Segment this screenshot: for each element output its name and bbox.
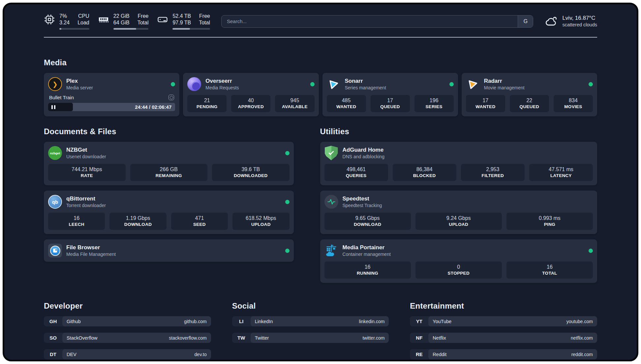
stat-tile: 945 AVAILABLE xyxy=(275,95,314,112)
stat-tile: 16 TOTAL xyxy=(506,261,593,279)
speedtest-icon xyxy=(324,195,338,209)
stat-value: 485 xyxy=(329,98,364,104)
app-link-filebrowser[interactable]: File Browser Media File Management xyxy=(48,244,290,258)
status-dot xyxy=(589,249,593,253)
section-media: Media ❯ Plex Media server Bullet Train xyxy=(44,58,597,116)
link-name: Netflix xyxy=(433,335,446,341)
stat-value: 17 xyxy=(468,98,503,104)
app-name: Media Portainer xyxy=(343,244,391,251)
stat-value: 266 GB xyxy=(132,167,206,172)
stat-value: 86,384 xyxy=(395,167,454,172)
stat-label: BLOCKED xyxy=(395,173,454,178)
stat-tile: 40 APPROVED xyxy=(231,95,270,112)
app-link-adguard[interactable]: AdGuard Home DNS and adblocking xyxy=(324,146,593,160)
app-name: AdGuard Home xyxy=(343,146,385,153)
memory-stat: 22 GiB 64 GiB Free Total xyxy=(98,13,149,30)
link-name: Twitter xyxy=(255,335,269,341)
section-title-documents: Documents & Files xyxy=(44,127,294,136)
link-row-linkedin[interactable]: LI LinkedIn linkedin.com xyxy=(232,316,389,326)
storage-total-label: Total xyxy=(199,19,210,26)
playback-time: 24:44 / 02:06:47 xyxy=(135,104,171,110)
qbittorrent-icon: qb xyxy=(48,195,62,209)
ram-icon xyxy=(98,14,109,25)
app-name: Speedtest xyxy=(343,195,382,202)
stat-label: DOWNLOAD xyxy=(111,222,164,227)
cpu-progress-bar xyxy=(59,28,89,30)
link-row-reddit[interactable]: RE Reddit reddit.com xyxy=(410,349,597,359)
memory-total-value: 64 GiB xyxy=(113,19,130,26)
stat-tile: 86,384 BLOCKED xyxy=(393,164,456,181)
filebrowser-icon xyxy=(48,244,62,258)
app-description: Torrent downloader xyxy=(66,202,106,208)
stat-label: DOWNLOAD xyxy=(326,222,409,227)
app-description: Movie management xyxy=(484,85,525,91)
session-icon[interactable] xyxy=(168,95,174,100)
stat-tile: 0 STOPPED xyxy=(415,261,502,279)
link-row-stackoverflow[interactable]: SO StackOverflow stackoverflow.com xyxy=(44,333,211,343)
storage-stat: 52.4 TB 97.9 TB Free Total xyxy=(157,13,210,30)
status-dot xyxy=(449,82,454,86)
app-description: DNS and adblocking xyxy=(343,154,385,160)
app-link-sonarr[interactable]: Sonarr Series management xyxy=(327,77,454,91)
stat-tile: 39.6 TB DOWNLOADED xyxy=(212,164,290,181)
playback-progress-bar[interactable]: 24:44 / 02:06:47 xyxy=(48,103,175,111)
stat-label: UPLOAD xyxy=(417,222,500,227)
app-card-adguard: AdGuard Home DNS and adblocking 498,461 … xyxy=(320,142,597,185)
link-name: StackOverflow xyxy=(67,335,97,341)
link-abbr: NF xyxy=(410,333,428,343)
cpu-progress-fill xyxy=(59,28,61,30)
cpu-usage-value: 7% xyxy=(59,13,70,19)
storage-progress-fill xyxy=(172,28,190,30)
app-description: Usenet downloader xyxy=(66,154,106,160)
portainer-icon xyxy=(324,244,338,258)
stat-value: 47.571 ms xyxy=(531,167,591,172)
now-playing-title: Bullet Train xyxy=(49,95,74,100)
stat-label: PING xyxy=(508,222,591,227)
cpu-icon xyxy=(44,14,55,25)
app-link-nzbget[interactable]: nzbget NZBGet Usenet downloader xyxy=(48,146,290,160)
stat-label: LATENCY xyxy=(531,173,591,178)
link-row-twitter[interactable]: TW Twitter twitter.com xyxy=(232,333,389,343)
cpu-load-label: Load xyxy=(77,19,89,26)
app-link-portainer[interactable]: Media Portainer Container management xyxy=(324,244,593,258)
stat-label: STOPPED xyxy=(417,271,500,276)
app-link-qbittorrent[interactable]: qb qBittorrent Torrent downloader xyxy=(48,195,290,209)
adguard-icon xyxy=(324,146,338,160)
storage-progress-bar xyxy=(172,28,210,30)
stat-tile: 17 WANTED xyxy=(466,95,505,112)
link-url: reddit.com xyxy=(571,352,593,357)
stat-tile: 485 WANTED xyxy=(327,95,366,112)
dashboard-panel: 7% 3.24 CPU Load xyxy=(3,3,638,361)
app-link-plex[interactable]: ❯ Plex Media server xyxy=(48,77,175,91)
app-name: Radarr xyxy=(484,77,525,84)
stat-tile: 16 RUNNING xyxy=(324,261,411,279)
stat-value: 498,461 xyxy=(326,167,386,172)
stat-label: QUERIES xyxy=(326,173,386,178)
app-link-overseerr[interactable]: Overseerr Media Requests xyxy=(187,77,314,91)
cloud-icon xyxy=(544,15,558,28)
link-row-dev[interactable]: DT DEV dev.to xyxy=(44,349,211,359)
stat-label: PENDING xyxy=(189,104,225,109)
app-link-radarr[interactable]: Radarr Movie management xyxy=(466,77,593,91)
link-url: netflix.com xyxy=(571,335,593,341)
link-row-netflix[interactable]: NF Netflix netflix.com xyxy=(410,333,597,343)
link-abbr: YT xyxy=(410,316,428,326)
cpu-stat: 7% 3.24 CPU Load xyxy=(44,13,89,30)
app-description: Series management xyxy=(345,85,386,91)
stat-label: SEED xyxy=(173,222,226,227)
nzbget-icon: nzbget xyxy=(48,146,62,160)
link-row-github[interactable]: GH Github github.com xyxy=(44,316,211,326)
link-abbr: RE xyxy=(410,349,428,359)
status-dot xyxy=(589,82,593,86)
search-engine-button[interactable]: G xyxy=(518,15,533,27)
stat-tile: 16 LEECH xyxy=(48,213,105,230)
app-link-speedtest[interactable]: Speedtest Speedtest Tracking xyxy=(324,195,593,209)
link-row-youtube[interactable]: YT YouTube youtube.com xyxy=(410,316,597,326)
stat-value: 618.52 Mbps xyxy=(234,215,287,221)
pause-icon[interactable] xyxy=(51,105,55,109)
app-name: Overseerr xyxy=(205,77,239,84)
app-card-sonarr: Sonarr Series management 485 WANTED 17 Q… xyxy=(322,73,458,116)
search-input[interactable] xyxy=(222,15,518,27)
section-utilities: Utilities AdGuard Home DNS and adblockin… xyxy=(320,127,597,283)
link-abbr: DT xyxy=(44,349,62,359)
